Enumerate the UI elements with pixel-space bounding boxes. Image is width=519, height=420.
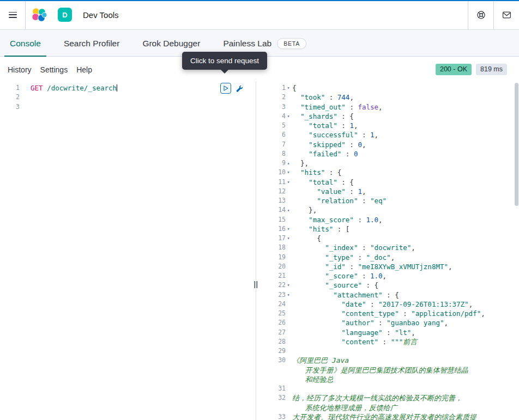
fold-gutter bbox=[286, 366, 291, 375]
code-line: 26 "author" : "guanbao yang", bbox=[260, 318, 519, 327]
fold-gutter bbox=[286, 262, 291, 271]
code-line: 1▾{ bbox=[260, 83, 519, 93]
code-line: 9▴ }, bbox=[260, 159, 519, 168]
line-number: 33 bbox=[260, 412, 286, 420]
fold-toggle-icon[interactable]: ▾ bbox=[286, 168, 291, 177]
response-status-group: 200 - OK 819 ms bbox=[436, 64, 507, 75]
tab-console[interactable]: Console bbox=[4, 31, 46, 56]
code-text bbox=[291, 384, 292, 393]
help-button[interactable] bbox=[468, 0, 493, 29]
fold-gutter bbox=[286, 346, 291, 356]
fold-gutter bbox=[286, 253, 291, 262]
code-text: "max_score" : 1.0, bbox=[291, 215, 383, 224]
line-number: 3 bbox=[260, 102, 286, 112]
fold-gutter bbox=[286, 375, 291, 384]
fold-toggle-icon[interactable]: ▾ bbox=[286, 112, 291, 121]
fold-toggle-icon[interactable]: ▾ bbox=[286, 224, 291, 234]
fold-toggle-icon[interactable]: ▾ bbox=[286, 290, 291, 300]
app-header: D Dev Tools bbox=[0, 0, 519, 30]
code-line: 23▾ "attachment" : { bbox=[260, 290, 519, 300]
fold-gutter bbox=[286, 121, 291, 130]
fold-toggle-icon[interactable]: ▾ bbox=[286, 234, 291, 243]
code-line: 2 bbox=[0, 93, 252, 102]
scrollbar-thumb[interactable] bbox=[515, 83, 518, 206]
code-line: 2 "took" : 744, bbox=[260, 93, 519, 102]
code-text: "successful" : 1, bbox=[291, 130, 378, 139]
tab-label: Painless Lab bbox=[223, 39, 271, 48]
loading-bar bbox=[0, 0, 519, 1]
code-text: "_id" : "meI8XYwB_xVMUTjzn8MT", bbox=[291, 262, 452, 271]
code-text bbox=[291, 346, 292, 356]
code-line: 31 bbox=[260, 384, 519, 393]
code-text: 《阿里巴巴 Java bbox=[291, 356, 349, 365]
space-avatar[interactable]: D bbox=[58, 8, 72, 22]
code-text: "language" : "lt", bbox=[291, 328, 415, 337]
feedback-button[interactable] bbox=[493, 0, 519, 29]
fold-toggle-icon[interactable]: ▴ bbox=[286, 159, 291, 168]
fold-toggle-icon[interactable]: ▾ bbox=[286, 178, 291, 187]
fold-toggle-icon[interactable]: ▾ bbox=[286, 281, 291, 290]
code-line: 系统化地整理成册，反馈给广 bbox=[260, 403, 519, 412]
line-number: 30 bbox=[260, 356, 286, 365]
fold-gutter bbox=[286, 149, 291, 159]
line-number: 17 bbox=[260, 234, 286, 243]
fold-gutter bbox=[286, 243, 291, 252]
settings-menu-item[interactable]: Settings bbox=[40, 65, 68, 74]
line-number bbox=[260, 403, 286, 412]
code-line: 22▾ "_source" : { bbox=[260, 281, 519, 290]
response-viewer[interactable]: 1▾{2 "took" : 744,3 "timed_out" : false,… bbox=[260, 82, 519, 420]
mail-icon bbox=[502, 10, 511, 20]
code-line: 27 "language" : "lt", bbox=[260, 328, 519, 337]
line-number: 32 bbox=[260, 393, 286, 403]
code-text: "content_type" : "application/pdf", bbox=[291, 309, 485, 318]
send-request-button[interactable] bbox=[220, 83, 231, 94]
code-line: 5 "total" : 1, bbox=[260, 121, 519, 130]
line-number: 9 bbox=[260, 159, 286, 168]
code-text: "_index" : "docwrite", bbox=[291, 243, 415, 252]
fold-toggle-icon[interactable]: ▾ bbox=[286, 83, 291, 93]
elastic-logo[interactable] bbox=[26, 0, 52, 29]
history-menu-item[interactable]: History bbox=[8, 65, 32, 74]
console-editors: 1GET /docwrite/_search23 1▾{2 "took" : 7… bbox=[0, 82, 519, 420]
code-line: 8 "failed" : 0 bbox=[260, 149, 519, 159]
line-number: 18 bbox=[260, 243, 286, 252]
hamburger-menu-button[interactable] bbox=[0, 0, 26, 29]
fold-toggle-icon[interactable]: ▴ bbox=[286, 205, 291, 215]
request-editor[interactable]: 1GET /docwrite/_search23 bbox=[0, 82, 252, 420]
code-line: 15 "max_score" : 1.0, bbox=[260, 215, 519, 224]
code-text: "hits" : [ bbox=[291, 224, 349, 234]
splitter-line bbox=[256, 82, 256, 420]
fold-gutter bbox=[286, 337, 291, 346]
code-text: "failed" : 0 bbox=[291, 149, 358, 159]
help-menu-item[interactable]: Help bbox=[76, 65, 92, 74]
line-number: 10 bbox=[260, 168, 286, 177]
line-number bbox=[260, 366, 286, 375]
code-line: 32结，经历了多次大规模一线实战的检验及不断的完善， bbox=[260, 393, 519, 403]
code-line: 28 "content" : """前言 bbox=[260, 337, 519, 346]
line-number: 8 bbox=[260, 149, 286, 159]
status-badge: 200 - OK bbox=[436, 64, 472, 75]
code-text: "author" : "guanbao yang", bbox=[291, 318, 448, 327]
fold-gutter bbox=[20, 102, 27, 112]
fold-gutter bbox=[286, 196, 291, 205]
code-line: 6 "successful" : 1, bbox=[260, 130, 519, 139]
code-line: 3 bbox=[0, 102, 252, 112]
fold-gutter bbox=[286, 215, 291, 224]
splitter-grip-icon[interactable] bbox=[253, 281, 258, 289]
code-text: 和经验总 bbox=[291, 375, 333, 384]
code-line: 18 "_index" : "docwrite", bbox=[260, 243, 519, 252]
code-text: 系统化地整理成册，反馈给广 bbox=[291, 403, 397, 412]
line-number: 15 bbox=[260, 215, 286, 224]
code-line: 20 "_id" : "meI8XYwB_xVMUTjzn8MT", bbox=[260, 262, 519, 271]
code-line: 3 "timed_out" : false, bbox=[260, 102, 519, 112]
fold-gutter bbox=[286, 300, 291, 309]
fold-gutter bbox=[286, 271, 291, 281]
line-number: 24 bbox=[260, 300, 286, 309]
panel-splitter[interactable] bbox=[252, 82, 260, 420]
code-line: 7 "skipped" : 0, bbox=[260, 140, 519, 149]
code-line: 25 "content_type" : "application/pdf", bbox=[260, 309, 519, 318]
line-number: 26 bbox=[260, 318, 286, 327]
request-options-button[interactable] bbox=[234, 83, 245, 94]
request-editor-lines: 1GET /docwrite/_search23 bbox=[0, 83, 252, 112]
tab-search-profiler[interactable]: Search Profiler bbox=[58, 31, 125, 56]
